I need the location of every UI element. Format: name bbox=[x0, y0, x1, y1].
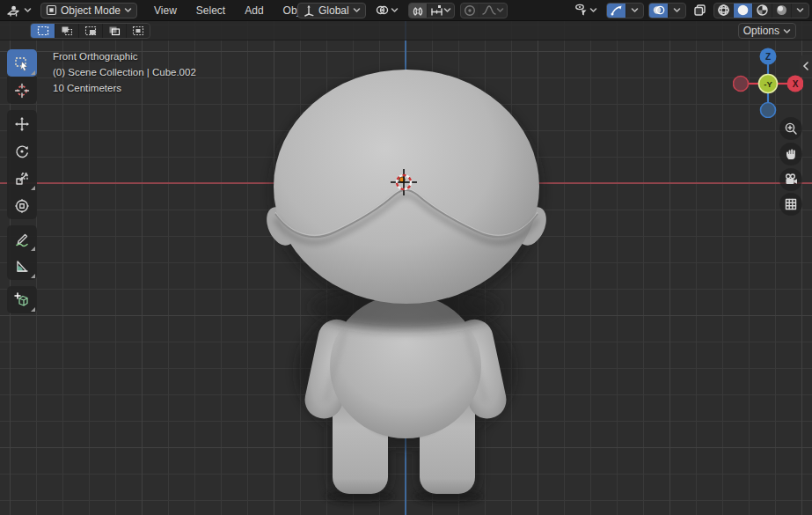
svg-text:Z: Z bbox=[765, 52, 771, 62]
overlays-dropdown[interactable] bbox=[668, 4, 685, 18]
proportional-editing-icon bbox=[464, 4, 476, 17]
measure-icon bbox=[14, 259, 30, 275]
shading-mode-group bbox=[713, 3, 809, 18]
tool-settings-bar: Options bbox=[0, 21, 812, 40]
gizmo-axis-neg-z[interactable] bbox=[761, 103, 776, 118]
camera-view-button[interactable] bbox=[779, 168, 802, 191]
gizmos-icon bbox=[610, 4, 623, 17]
editor-type-icon bbox=[6, 4, 20, 18]
tool-measure[interactable] bbox=[7, 253, 37, 280]
xray-toggle[interactable] bbox=[691, 3, 709, 18]
snap-settings-dropdown[interactable] bbox=[427, 4, 454, 18]
annotate-icon bbox=[14, 232, 30, 247]
select-mode-subtract[interactable] bbox=[78, 24, 102, 38]
pivot-point-icon bbox=[376, 4, 389, 17]
overlays-group bbox=[648, 3, 686, 18]
scale-icon bbox=[14, 171, 30, 187]
shading-solid[interactable] bbox=[733, 4, 752, 18]
grid-ortho-icon bbox=[784, 197, 798, 211]
select-mode-set[interactable] bbox=[31, 24, 55, 38]
transform-orientation-dropdown[interactable]: Global bbox=[297, 3, 366, 18]
add-cube-icon bbox=[14, 292, 30, 308]
select-invert-icon bbox=[108, 26, 121, 36]
select-mode-invert[interactable] bbox=[102, 24, 126, 38]
camera-icon bbox=[784, 173, 798, 187]
proportional-falloff-dropdown[interactable] bbox=[479, 4, 507, 18]
menu-view[interactable]: View bbox=[144, 0, 187, 21]
model-cube-002[interactable] bbox=[261, 70, 552, 504]
axis-navigation-gizmo[interactable]: Z X -Y bbox=[733, 48, 803, 118]
orientation-global-icon bbox=[303, 4, 315, 17]
tool-move[interactable] bbox=[7, 110, 37, 137]
tool-rotate[interactable] bbox=[7, 137, 37, 165]
pan-hand-icon bbox=[784, 147, 798, 161]
svg-text:-Y: -Y bbox=[764, 79, 772, 89]
proportional-edit-group bbox=[460, 3, 508, 18]
object-mode-icon bbox=[46, 4, 57, 16]
select-mode-extend[interactable] bbox=[55, 24, 78, 38]
options-dropdown[interactable]: Options bbox=[738, 23, 796, 39]
zoom-button[interactable] bbox=[779, 117, 802, 140]
tool-scale[interactable] bbox=[7, 165, 37, 192]
gizmo-axis-y-front[interactable]: -Y bbox=[759, 75, 778, 93]
shading-dropdown[interactable] bbox=[791, 4, 808, 18]
chevron-down-icon bbox=[589, 7, 597, 13]
overlays-icon bbox=[652, 4, 665, 17]
tool-cursor[interactable] bbox=[7, 77, 37, 104]
viewport-header: Object Mode View Select Add Object Globa… bbox=[0, 0, 812, 21]
cursor-tool-icon bbox=[14, 83, 30, 99]
shading-wireframe-icon bbox=[717, 4, 730, 17]
shading-material-icon bbox=[756, 4, 769, 17]
proportional-edit-toggle[interactable] bbox=[461, 4, 479, 18]
view-name-label: Front Orthographic bbox=[53, 48, 196, 64]
select-mode-intersect[interactable] bbox=[126, 24, 150, 38]
chevron-down-icon bbox=[673, 7, 681, 13]
menu-select[interactable]: Select bbox=[187, 0, 235, 21]
chevron-down-icon bbox=[443, 7, 451, 13]
tool-select-box[interactable] bbox=[7, 49, 37, 77]
editor-type-selector[interactable] bbox=[4, 3, 33, 18]
show-gizmos-toggle[interactable] bbox=[607, 4, 625, 18]
select-intersect-icon bbox=[132, 26, 144, 36]
toggle-ortho-button[interactable] bbox=[779, 193, 802, 216]
chevron-left-icon bbox=[802, 62, 809, 70]
tool-annotate[interactable] bbox=[7, 225, 37, 253]
header-menus: View Select Add Object bbox=[144, 0, 323, 21]
active-object-label: (0) Scene Collection | Cube.002 bbox=[53, 64, 196, 80]
falloff-curve-icon bbox=[482, 4, 496, 16]
shading-rendered-icon bbox=[775, 4, 788, 17]
chevron-down-icon bbox=[783, 28, 791, 34]
snap-toggle[interactable] bbox=[409, 4, 427, 18]
transform-icon bbox=[14, 198, 30, 214]
tool-add-cube[interactable] bbox=[7, 286, 37, 313]
gizmos-group bbox=[606, 3, 644, 18]
select-mode-group bbox=[30, 23, 150, 39]
select-extend-icon bbox=[61, 26, 73, 36]
chevron-down-icon bbox=[353, 7, 361, 13]
viewport-overlay-text: Front Orthographic (0) Scene Collection … bbox=[53, 48, 196, 96]
show-overlays-toggle[interactable] bbox=[649, 4, 668, 18]
shading-wireframe[interactable] bbox=[714, 4, 733, 18]
pan-view-button[interactable] bbox=[779, 143, 802, 166]
gizmo-axis-x[interactable]: X bbox=[787, 76, 804, 92]
grid-scale-label: 10 Centimeters bbox=[53, 80, 196, 96]
gizmos-dropdown[interactable] bbox=[625, 4, 643, 18]
mode-dropdown[interactable]: Object Mode bbox=[40, 3, 137, 18]
shading-rendered[interactable] bbox=[772, 4, 791, 18]
chevron-down-icon bbox=[24, 7, 32, 13]
tool-transform[interactable] bbox=[7, 192, 37, 219]
viewport-3d[interactable]: Front Orthographic (0) Scene Collection … bbox=[0, 21, 812, 515]
svg-text:X: X bbox=[793, 79, 799, 89]
snapping-group bbox=[408, 3, 455, 18]
chevron-down-icon bbox=[631, 7, 639, 13]
menu-add[interactable]: Add bbox=[235, 0, 273, 21]
gizmo-axis-z[interactable]: Z bbox=[760, 48, 777, 65]
object-type-visibility-dropdown[interactable] bbox=[569, 3, 602, 18]
blender-window: Front Orthographic (0) Scene Collection … bbox=[0, 0, 812, 515]
xray-icon bbox=[693, 4, 706, 17]
sidebar-toggle[interactable] bbox=[800, 55, 812, 77]
pivot-point-dropdown[interactable] bbox=[371, 3, 403, 18]
chevron-down-icon bbox=[796, 7, 804, 13]
gizmo-axis-neg-x[interactable] bbox=[734, 77, 749, 92]
shading-material-preview[interactable] bbox=[752, 4, 772, 18]
